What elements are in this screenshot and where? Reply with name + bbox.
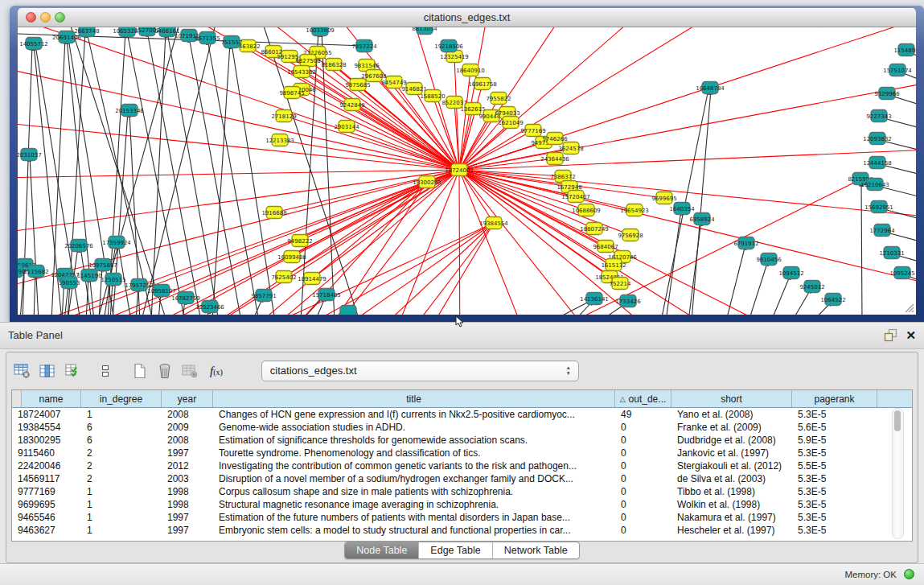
graph-node-label: 9746266 bbox=[542, 136, 568, 142]
graph-node-label: 2718129 bbox=[271, 113, 296, 120]
table-row[interactable]: 1872400712008Changes of HCN gene express… bbox=[12, 408, 912, 421]
graph-edge[interactable] bbox=[861, 181, 862, 315]
scrollbar-thumb[interactable] bbox=[894, 410, 901, 431]
graph-node-label: 9898745 bbox=[279, 90, 304, 97]
window-titlebar[interactable]: citations_edges.txt bbox=[18, 8, 916, 27]
table-cell: 14569117 bbox=[12, 473, 81, 484]
select-column-icon[interactable] bbox=[38, 360, 57, 381]
table-cell: 5.9E-5 bbox=[792, 435, 877, 446]
graph-edge[interactable] bbox=[459, 170, 614, 265]
column-header-name[interactable]: name bbox=[22, 390, 81, 407]
graph-edge[interactable] bbox=[749, 261, 768, 315]
graph-edge[interactable] bbox=[688, 220, 701, 315]
function-builder-icon[interactable]: f(x) bbox=[210, 365, 223, 378]
table-cell: 1997 bbox=[162, 447, 213, 459]
table-cell: 2 bbox=[81, 460, 162, 472]
node-table[interactable]: namein_degreeyeartitle△out_de...shortpag… bbox=[11, 389, 913, 542]
table-row[interactable]: 946362711997Embryonic stem cells: a mode… bbox=[12, 524, 912, 537]
table-settings-icon[interactable] bbox=[13, 360, 32, 381]
graph-node-label: 19384554 bbox=[479, 220, 508, 227]
table-cell: 1 bbox=[81, 525, 162, 536]
delete-table-icon[interactable] bbox=[155, 360, 175, 381]
graph-node-label: 1588520 bbox=[420, 93, 445, 100]
graph-edge[interactable] bbox=[459, 84, 483, 170]
column-header-in-degree[interactable]: in_degree bbox=[81, 390, 162, 407]
network-canvas[interactable]: 1872400774638228660128591295423226055982… bbox=[18, 27, 916, 315]
table-row[interactable]: 977716911998Corpus callosum shape and si… bbox=[12, 485, 912, 498]
graph-edge[interactable] bbox=[459, 109, 473, 170]
tab-node-table[interactable]: Node Table bbox=[345, 542, 418, 558]
table-cell: Genome-wide association studies in ADHD. bbox=[213, 422, 615, 433]
graph-edge[interactable] bbox=[726, 245, 745, 315]
float-panel-icon[interactable] bbox=[884, 328, 897, 342]
graph-edge[interactable] bbox=[459, 76, 916, 170]
graph-node-label: 9242848 bbox=[339, 102, 364, 109]
graph-edge[interactable] bbox=[459, 27, 916, 170]
graph-node-label: 10975887 bbox=[88, 262, 117, 269]
graph-node-label: 16543382 bbox=[287, 69, 316, 76]
network-graph[interactable]: 1872400774638228660128591295423226055982… bbox=[18, 27, 916, 315]
table-cell: 5.3E-5 bbox=[792, 447, 877, 459]
graph-node-label: 6958924 bbox=[689, 216, 715, 223]
column-header-short[interactable]: short bbox=[671, 390, 792, 407]
table-row[interactable]: 1830029562008Estimation of significance … bbox=[12, 434, 912, 447]
table-cell: 2012 bbox=[162, 460, 213, 472]
table-row[interactable]: 1456911722003Disruption of a novel membe… bbox=[12, 472, 912, 485]
table-cell: Embryonic stem cells: a model to study s… bbox=[213, 525, 615, 536]
graph-edge[interactable] bbox=[459, 170, 916, 293]
graph-node-label: 15718485 bbox=[312, 292, 341, 299]
new-table-icon[interactable] bbox=[130, 360, 150, 381]
table-cell: 1 bbox=[81, 409, 162, 420]
table-vertical-scrollbar[interactable] bbox=[892, 408, 904, 539]
column-header-out-de-[interactable]: △out_de... bbox=[615, 390, 671, 407]
graph-node[interactable] bbox=[340, 306, 356, 315]
graph-node-label: 20691406 bbox=[52, 35, 81, 41]
graph-edge[interactable] bbox=[771, 274, 791, 315]
graph-edge[interactable] bbox=[666, 210, 681, 315]
rows-icon[interactable] bbox=[96, 360, 115, 381]
graph-node-label: 15692951 bbox=[864, 204, 893, 211]
graph-node-label: 16782759 bbox=[171, 295, 200, 302]
graph-node-label: 9827508 bbox=[295, 58, 320, 64]
table-cell: 49 bbox=[615, 409, 671, 420]
graph-node-label: 6791912 bbox=[733, 241, 758, 247]
table-row[interactable]: 946554611997Estimation of the future num… bbox=[12, 511, 912, 524]
column-header-title[interactable]: title bbox=[213, 390, 615, 407]
graph-node-label: 1733426 bbox=[615, 299, 641, 305]
graph-node-label: 2903144 bbox=[334, 124, 359, 130]
memory-status-indicator[interactable] bbox=[904, 569, 914, 579]
table-cell: 22420046 bbox=[12, 460, 81, 472]
column-header-pagerank[interactable]: pagerank bbox=[792, 390, 877, 407]
table-cell: 18300295 bbox=[12, 435, 81, 446]
close-panel-icon[interactable]: ✕ bbox=[906, 328, 916, 342]
graph-node-label: 9875685 bbox=[345, 82, 370, 89]
column-header-year[interactable]: year bbox=[162, 390, 213, 407]
table-cell: Dudbridge et al. (2008) bbox=[671, 435, 792, 446]
graph-edge[interactable] bbox=[30, 156, 39, 315]
table-row[interactable]: 911546021997Tourette syndrome. Phenomeno… bbox=[12, 447, 912, 459]
graph-edge[interactable] bbox=[322, 31, 335, 315]
canvas-resize-grip[interactable] bbox=[903, 302, 914, 313]
network-view-window[interactable]: citations_edges.txt 18724007746382286601… bbox=[10, 6, 924, 322]
table-row[interactable]: 1938455462009Genome-wide association stu… bbox=[12, 421, 912, 434]
table-filter-check-icon[interactable] bbox=[63, 360, 82, 381]
tab-network-table[interactable]: Network Table bbox=[492, 542, 579, 558]
column-gutter[interactable] bbox=[12, 390, 22, 407]
graph-node-label: 16099488 bbox=[277, 254, 306, 261]
table-cell: Hescheler et al. (1997) bbox=[671, 525, 792, 536]
graph-edge[interactable] bbox=[138, 27, 459, 170]
table-row[interactable]: 969969511998Structural magnetic resonanc… bbox=[12, 498, 912, 511]
graph-edge[interactable] bbox=[404, 223, 494, 315]
table-cell: 0 bbox=[615, 473, 671, 484]
table-cell: Tibbo et al. (1998) bbox=[671, 486, 792, 497]
table-cell: 19384554 bbox=[12, 422, 81, 433]
table-selector[interactable]: citations_edges.txt ▲▼ bbox=[261, 360, 579, 381]
tab-edge-table[interactable]: Edge Table bbox=[418, 542, 491, 558]
import-table-disabled-icon[interactable] bbox=[180, 360, 199, 381]
graph-node-label: 18914479 bbox=[298, 276, 326, 282]
graph-node-label: 9227343 bbox=[866, 113, 891, 120]
graph-node-label: 20206576 bbox=[64, 243, 93, 249]
graph-edge[interactable] bbox=[459, 148, 916, 170]
graph-node-label: 14136141 bbox=[580, 296, 609, 303]
table-row[interactable]: 2242004622012Investigating the contribut… bbox=[12, 459, 912, 472]
